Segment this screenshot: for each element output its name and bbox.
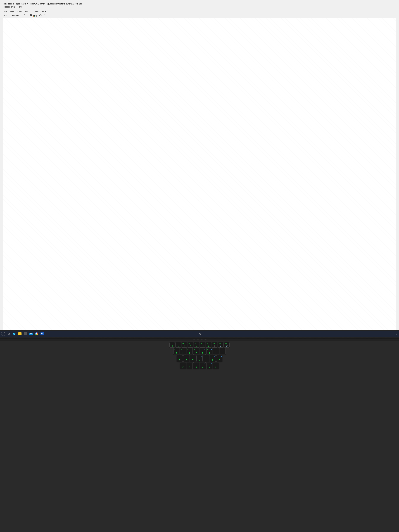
key-o[interactable]: 5 O — [210, 355, 216, 362]
key-i[interactable]: I — [203, 355, 209, 362]
underline-button[interactable]: U — [30, 14, 32, 17]
superscript-chevron: ▾ — [41, 14, 42, 16]
speaker-dot-20 — [207, 340, 207, 340]
key-4[interactable]: $ 4 — [173, 348, 179, 355]
key-t[interactable]: T — [183, 355, 189, 362]
key-l-label: L — [215, 366, 217, 368]
key-l[interactable]: 3 L — [213, 362, 219, 369]
key-f7[interactable]: F7 ◁| — [194, 342, 199, 348]
speaker-dot-10 — [199, 340, 199, 340]
speaker-dot-18 — [205, 340, 206, 340]
svg-rect-2 — [25, 333, 26, 334]
speaker-dot-19 — [206, 340, 207, 340]
key-8[interactable]: * 8 8 — [200, 348, 206, 355]
key-f12[interactable]: F12 🔊 — [224, 342, 230, 348]
key-0[interactable]: ) 0 — [213, 348, 219, 355]
highlight-group[interactable]: ∂ ▾ — [36, 14, 38, 16]
key-9[interactable]: ( 9 9 — [206, 348, 212, 355]
key-i-label: I — [206, 359, 206, 361]
key-f2[interactable]: □ — [176, 342, 181, 348]
key-6[interactable]: ^ 6 — [187, 348, 193, 355]
system-tray: ∧ — [396, 333, 398, 335]
key-f-label: F — [183, 366, 184, 368]
menu-tools[interactable]: Tools — [34, 10, 39, 13]
speaker-dot-2 — [193, 340, 193, 340]
hp-logo: ℍ — [198, 332, 201, 336]
menu-view[interactable]: View — [10, 10, 14, 13]
key-t-label: T — [186, 359, 187, 361]
key-f3[interactable]: F3 ☆ — [182, 342, 187, 348]
superscript-group[interactable]: T2 ▾ — [39, 14, 42, 16]
key-y[interactable]: Y — [190, 355, 196, 362]
font-size-dropdown[interactable]: 12pt ▾ — [3, 14, 9, 17]
fn-key-row: ⊟ □ F3 ☆ F4 ☆ F7 ◁| F8 ▷|| F9 |▷ F10 🔇 — [1, 342, 398, 348]
paragraph-style-dropdown[interactable]: Paragraph ▾ — [10, 14, 20, 17]
key-f8-label: ▷|| — [202, 345, 203, 347]
number-key-row: $ 4 % 5 ^ 6 & 7 7 * 8 8 ( 9 9 ) 0 — [1, 348, 398, 355]
key-7-label: 7 — [196, 352, 197, 354]
key-j-label: J — [202, 366, 203, 368]
explorer-taskbar-button[interactable] — [17, 331, 22, 336]
svg-rect-4 — [25, 334, 26, 335]
key-0-label: 0 — [215, 352, 216, 354]
taskbar: ○ ⊞ — [0, 331, 399, 337]
speaker-dot-4 — [194, 340, 195, 340]
start-button[interactable]: ○ — [1, 332, 5, 336]
font-color-chevron: ▾ — [35, 14, 36, 16]
speaker-dot-5 — [195, 340, 195, 340]
key-f2-label: □ — [178, 345, 179, 347]
svg-rect-1 — [25, 333, 25, 334]
key-o-label: O — [212, 359, 214, 361]
menu-table[interactable]: Table — [41, 10, 47, 13]
italic-button[interactable]: I — [27, 14, 29, 17]
menu-edit[interactable]: Edit — [3, 10, 7, 13]
keyboard: ⊟ □ F3 ☆ F4 ☆ F7 ◁| F8 ▷|| F9 |▷ F10 🔇 — [0, 341, 399, 532]
chrome-icon — [35, 332, 38, 336]
toolbar-divider-1 — [22, 14, 22, 17]
speaker-dot-11 — [200, 340, 200, 340]
menu-format[interactable]: Format — [25, 10, 32, 13]
key-7[interactable]: & 7 7 — [193, 348, 199, 355]
key-f10[interactable]: F10 🔇 — [212, 342, 217, 348]
key-5[interactable]: % 5 — [180, 348, 186, 355]
key-f9[interactable]: F9 |▷ — [206, 342, 211, 348]
superscript-button[interactable]: T2 — [39, 14, 41, 16]
key-f11[interactable]: F11 🔉 — [218, 342, 223, 348]
screen-bezel-bottom — [0, 330, 399, 331]
speaker-dot-7 — [196, 340, 197, 340]
font-color-button[interactable]: A — [33, 14, 35, 16]
word-taskbar-button[interactable]: W — [40, 331, 44, 336]
bold-button[interactable]: B — [23, 14, 26, 17]
key-r-label: R — [179, 359, 180, 361]
editor-area[interactable] — [3, 18, 396, 330]
key-u[interactable]: 4 U — [196, 355, 203, 362]
font-color-group[interactable]: A ▾ — [33, 14, 36, 16]
key-f3-label: ☆ — [184, 345, 185, 347]
key-j[interactable]: 1 J — [200, 362, 206, 369]
chrome-taskbar-button[interactable] — [34, 331, 39, 336]
key-p[interactable]: 6 P — [216, 355, 222, 362]
mail-taskbar-button[interactable] — [29, 331, 33, 336]
key-minus[interactable]: _ - — [220, 348, 226, 355]
key-f8[interactable]: F8 ▷|| — [200, 342, 205, 348]
more-options-button[interactable]: ⋮ — [43, 13, 46, 17]
highlight-button[interactable]: ∂ — [36, 14, 37, 16]
key-r[interactable]: R — [177, 355, 183, 362]
task-view-button[interactable]: ⊞ — [6, 331, 11, 336]
task-view-icon: ⊞ — [8, 333, 10, 335]
tray-expand-icon[interactable]: ∧ — [396, 333, 397, 335]
doc-link[interactable]: epithelial-to-mesenchymal transition — [16, 3, 48, 5]
edge-taskbar-button[interactable] — [12, 331, 17, 336]
speaker-dot-15 — [203, 340, 203, 340]
key-f[interactable]: F — [180, 362, 186, 369]
key-k-label: K — [209, 366, 210, 368]
key-f10-label: 🔇 — [214, 345, 215, 347]
menu-insert[interactable]: Insert — [17, 10, 22, 13]
key-f4[interactable]: F4 ☆ — [188, 342, 193, 348]
store-taskbar-button[interactable] — [23, 331, 28, 336]
key-k[interactable]: 2 K — [206, 362, 212, 369]
key-g[interactable]: G — [187, 362, 193, 369]
key-h[interactable]: H — [193, 362, 199, 369]
key-u-label: U — [199, 359, 200, 361]
key-f1[interactable]: ⊟ — [169, 342, 175, 348]
